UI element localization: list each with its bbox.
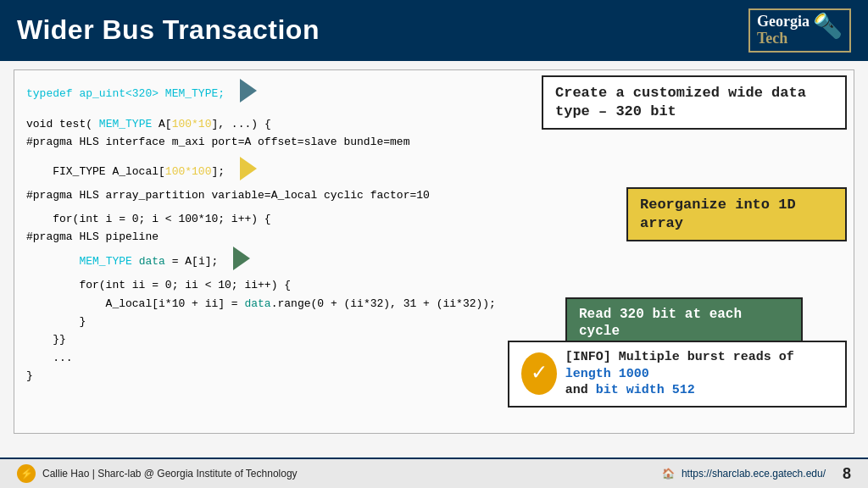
- callout-box-2: Reorganize into 1D array: [626, 187, 847, 241]
- arrow-icon-2: [240, 157, 257, 180]
- callout-3-text: Read 320 bit at each cycle: [579, 307, 742, 340]
- slide-title: Wider Bus Transaction: [17, 14, 320, 46]
- footer-home-icon: 🏠: [662, 468, 675, 480]
- footer-page-number: 8: [843, 465, 851, 483]
- callout-1-text: Create a customized wide data type – 320…: [555, 85, 806, 119]
- logo-torch-icon: 🔦: [813, 12, 843, 40]
- logo-text2: Tech: [757, 30, 810, 47]
- callout-box-1: Create a customized wide data type – 320…: [542, 75, 847, 130]
- footer-logo-icon: ⚡: [17, 464, 36, 483]
- georgia-tech-logo: Georgia Tech 🔦: [748, 8, 851, 53]
- callout-2-text: Reorganize into 1D array: [640, 197, 796, 231]
- footer-left: ⚡ Callie Hao | Sharc-lab @ Georgia Insti…: [17, 464, 298, 483]
- footer-right-group: 🏠 https://sharclab.ece.gatech.edu/ 8: [662, 465, 851, 483]
- footer-right: 🏠 https://sharclab.ece.gatech.edu/: [662, 468, 826, 480]
- checkmark-icon: ✓: [521, 352, 557, 395]
- code-area: typedef ap_uint<320> MEM_TYPE; void test…: [0, 61, 868, 458]
- main-content: typedef ap_uint<320> MEM_TYPE; void test…: [0, 61, 868, 458]
- logo-text1: Georgia: [757, 14, 810, 30]
- callout-box-4: ✓ [INFO] Multiple burst reads of length …: [508, 341, 847, 408]
- info-width: bit width 512: [596, 383, 695, 397]
- info-text: [INFO] Multiple burst reads of length 10…: [565, 349, 833, 399]
- code-keyword-typedef: typedef ap_uint<320> MEM_TYPE;: [26, 87, 225, 100]
- slide-header: Wider Bus Transaction Georgia Tech 🔦: [0, 0, 868, 61]
- footer-url[interactable]: https://sharclab.ece.gatech.edu/: [682, 468, 826, 480]
- arrow-icon-1: [240, 79, 257, 103]
- code-line-4: #pragma HLS interface m_axi port=A offse…: [26, 133, 842, 151]
- code-line-12: for(int ii = 0; ii < 10; ii++) {: [26, 276, 842, 294]
- footer: ⚡ Callie Hao | Sharc-lab @ Georgia Insti…: [0, 458, 868, 488]
- footer-author: Callie Hao | Sharc-lab @ Georgia Institu…: [42, 468, 298, 480]
- info-length: length 1000: [565, 367, 649, 381]
- code-block: typedef ap_uint<320> MEM_TYPE; void test…: [14, 69, 854, 434]
- arrow-icon-3: [233, 247, 250, 270]
- code-line-11: MEM_TYPE data = A[i];: [26, 247, 842, 276]
- code-line-6: FIX_TYPE A_local[100*100];: [26, 157, 842, 186]
